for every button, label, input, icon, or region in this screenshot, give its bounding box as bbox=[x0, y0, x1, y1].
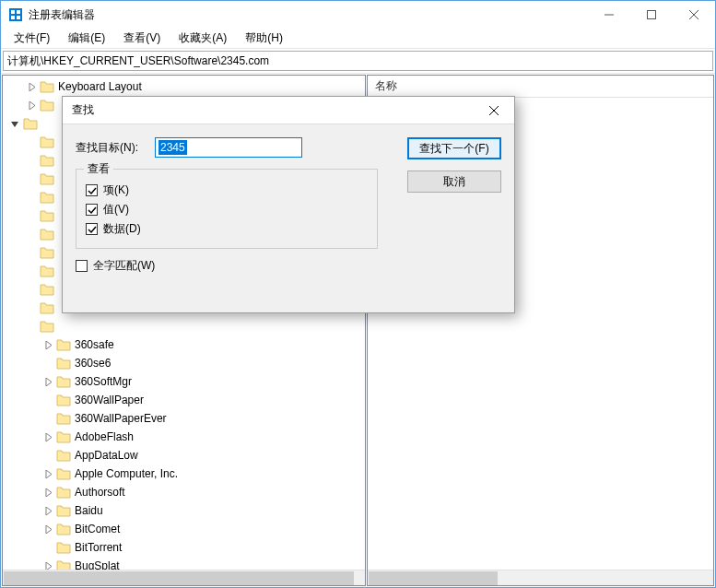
tree-row[interactable]: BitTorrent bbox=[3, 538, 365, 557]
folder-icon bbox=[56, 430, 71, 443]
find-dialog: 查找 查找目标(N): 2345 查看 bbox=[62, 96, 515, 313]
chevron-right-icon[interactable] bbox=[41, 338, 54, 351]
chevron-right-icon[interactable] bbox=[25, 99, 38, 112]
tree-row[interactable]: 360WallPaper bbox=[3, 391, 365, 409]
tree-row[interactable] bbox=[3, 317, 365, 335]
svg-rect-3 bbox=[11, 16, 15, 19]
find-target-row: 查找目标(N): 2345 bbox=[76, 137, 400, 158]
maximize-button[interactable] bbox=[630, 1, 673, 29]
toggler-none bbox=[25, 228, 38, 241]
check-whole[interactable] bbox=[76, 260, 88, 272]
chevron-right-icon[interactable] bbox=[41, 523, 54, 535]
find-dialog-buttons: 查找下一个(F) 取消 bbox=[407, 137, 501, 193]
menu-edit[interactable]: 编辑(E) bbox=[61, 29, 112, 48]
address-text: 计算机\HKEY_CURRENT_USER\Software\2345.com bbox=[7, 53, 269, 69]
chevron-right-icon[interactable] bbox=[41, 486, 54, 499]
check-values[interactable] bbox=[86, 204, 98, 216]
find-dialog-title: 查找 bbox=[72, 102, 94, 118]
menu-favorites[interactable]: 收藏夹(A) bbox=[171, 29, 234, 48]
list-scrollbar-horizontal[interactable] bbox=[368, 570, 713, 585]
folder-icon bbox=[23, 117, 38, 130]
tree-row[interactable]: 360SoftMgr bbox=[3, 372, 365, 391]
find-target-label: 查找目标(N): bbox=[76, 140, 155, 156]
folder-icon bbox=[40, 172, 54, 185]
folder-icon bbox=[56, 504, 71, 517]
find-dialog-close-button[interactable] bbox=[474, 97, 514, 123]
folder-icon bbox=[56, 541, 71, 554]
folder-icon bbox=[40, 99, 54, 112]
toggler-none bbox=[25, 154, 38, 167]
folder-icon bbox=[56, 486, 71, 499]
svg-rect-4 bbox=[17, 16, 20, 19]
window-controls bbox=[588, 1, 715, 29]
svg-marker-13 bbox=[46, 378, 52, 386]
chevron-right-icon[interactable] bbox=[41, 504, 54, 517]
toggler-none bbox=[41, 394, 54, 406]
check-whole-label: 全字匹配(W) bbox=[93, 258, 155, 274]
menu-help[interactable]: 帮助(H) bbox=[238, 29, 290, 48]
toggler-none bbox=[25, 172, 38, 185]
tree-row[interactable]: Apple Computer, Inc. bbox=[3, 465, 365, 483]
chevron-right-icon[interactable] bbox=[25, 80, 38, 93]
address-bar[interactable]: 计算机\HKEY_CURRENT_USER\Software\2345.com bbox=[3, 51, 713, 71]
tree-item-label: AppDataLow bbox=[75, 449, 138, 462]
tree-row[interactable]: 360safe bbox=[3, 335, 365, 354]
tree-item-label: Apple Computer, Inc. bbox=[75, 467, 178, 480]
chevron-right-icon[interactable] bbox=[41, 430, 54, 443]
close-button[interactable] bbox=[673, 1, 715, 29]
find-dialog-body: 查找目标(N): 2345 查看 项(K) bbox=[63, 124, 514, 312]
tree-row[interactable]: Authorsoft bbox=[3, 483, 365, 501]
folder-icon bbox=[56, 394, 71, 406]
svg-marker-12 bbox=[46, 341, 52, 349]
tree-row[interactable]: Baidu bbox=[3, 501, 365, 520]
tree-item-label: BitTorrent bbox=[75, 541, 122, 554]
tree-row[interactable]: 360se6 bbox=[3, 354, 365, 372]
cancel-button[interactable]: 取消 bbox=[407, 171, 501, 193]
folder-icon bbox=[40, 191, 54, 204]
folder-icon bbox=[40, 154, 54, 167]
titlebar: 注册表编辑器 bbox=[1, 1, 715, 29]
check-whole-row: 全字匹配(W) bbox=[76, 258, 400, 274]
folder-icon bbox=[56, 375, 71, 388]
tree-item-label: Keyboard Layout bbox=[58, 80, 142, 93]
minimize-button[interactable] bbox=[588, 1, 630, 29]
look-at-groupbox: 查看 项(K) 值(V) bbox=[76, 169, 378, 249]
check-keys[interactable] bbox=[86, 184, 98, 196]
chevron-down-icon[interactable] bbox=[8, 117, 21, 130]
toggler-none bbox=[25, 320, 38, 333]
svg-marker-11 bbox=[11, 122, 18, 127]
find-next-button[interactable]: 查找下一个(F) bbox=[407, 137, 501, 159]
find-input-wrap: 2345 bbox=[155, 137, 400, 158]
menu-file[interactable]: 文件(F) bbox=[6, 29, 57, 48]
check-data[interactable] bbox=[86, 223, 98, 235]
svg-marker-18 bbox=[46, 525, 52, 534]
check-keys-row: 项(K) bbox=[86, 182, 368, 198]
tree-row[interactable]: Keyboard Layout bbox=[3, 77, 365, 96]
regedit-icon bbox=[8, 7, 23, 22]
folder-icon bbox=[56, 338, 71, 351]
tree-row[interactable]: AppDataLow bbox=[3, 446, 365, 465]
find-input-selection: 2345 bbox=[158, 140, 187, 155]
tree-item-label: 360se6 bbox=[75, 357, 111, 370]
list-header-name[interactable]: 名称 bbox=[368, 76, 713, 98]
toggler-none bbox=[25, 209, 38, 222]
tree-row[interactable]: BitComet bbox=[3, 520, 365, 538]
folder-icon bbox=[56, 467, 71, 480]
menu-view[interactable]: 查看(V) bbox=[116, 29, 168, 48]
chevron-right-icon[interactable] bbox=[41, 375, 54, 388]
svg-marker-15 bbox=[46, 470, 52, 478]
chevron-right-icon[interactable] bbox=[41, 467, 54, 480]
check-values-label: 值(V) bbox=[103, 202, 129, 218]
toggler-none bbox=[41, 412, 54, 425]
folder-icon bbox=[40, 283, 54, 296]
check-data-row: 数据(D) bbox=[86, 221, 368, 237]
check-keys-label: 项(K) bbox=[103, 182, 129, 198]
tree-scrollbar-horizontal[interactable] bbox=[3, 570, 365, 585]
svg-marker-16 bbox=[46, 488, 52, 497]
tree-row[interactable]: 360WallPaperEver bbox=[3, 409, 365, 428]
toggler-none bbox=[25, 301, 38, 314]
folder-icon bbox=[40, 320, 54, 333]
tree-row[interactable]: AdobeFlash bbox=[3, 428, 365, 446]
folder-icon bbox=[56, 357, 71, 370]
folder-icon bbox=[40, 265, 54, 277]
